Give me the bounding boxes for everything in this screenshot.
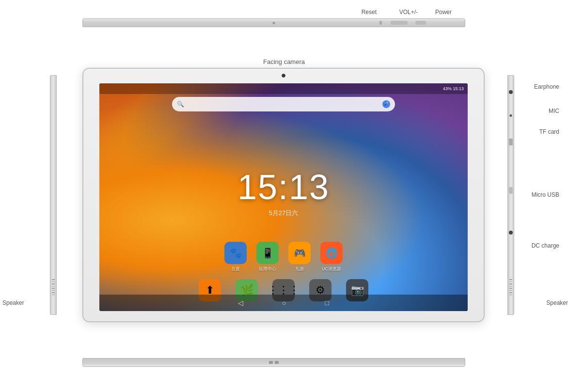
search-bar[interactable]: 🔍 🎤 (172, 97, 395, 111)
label-tf-card: TF card (539, 128, 559, 135)
nav-home[interactable]: ○ (282, 299, 286, 307)
app-baidu-label: 百度 (231, 266, 240, 272)
label-power: Power (435, 9, 452, 16)
tablet-front: 43% 15:13 🔍 🎤 15:13 5月27日六 (82, 68, 485, 322)
grille-line (52, 283, 55, 284)
grille-line (509, 295, 512, 296)
bottom-connector-2 (275, 361, 279, 364)
tablet-right-edge (507, 75, 522, 315)
label-micro-usb: Micro USB (532, 191, 559, 198)
label-dc-charge: DC charge (532, 242, 559, 249)
vol-button-indicator (391, 21, 408, 25)
grille-line (52, 290, 55, 291)
nav-bar: ◁ ○ □ (99, 295, 468, 311)
right-edge-bar (507, 75, 514, 315)
tablet-body: 43% 15:13 🔍 🎤 15:13 5月27日六 (82, 68, 485, 322)
clock-date: 5月27日六 (237, 208, 330, 217)
clock-display: 15:13 5月27日六 (237, 167, 330, 217)
search-icon: 🔍 (177, 101, 184, 108)
right-speaker-grille (509, 279, 512, 295)
power-button-indicator (415, 21, 426, 25)
bottom-connector-1 (269, 361, 273, 364)
tablet-screen: 43% 15:13 🔍 🎤 15:13 5月27日六 (99, 83, 468, 311)
grille-line (52, 295, 55, 296)
grille-line (509, 290, 512, 291)
label-vol: VOL+/- (399, 9, 418, 16)
mic-port (510, 114, 512, 117)
app-games[interactable]: 🎮 九游 (288, 242, 311, 272)
grille-line (509, 288, 512, 289)
dc-charge-port (509, 231, 513, 235)
top-edge-bar (82, 18, 465, 27)
tf-card-slot (509, 139, 513, 145)
grille-line (509, 283, 512, 284)
screen-wallpaper: 43% 15:13 🔍 🎤 15:13 5月27日六 (99, 83, 468, 311)
reset-button-indicator (379, 21, 382, 25)
app-appstore[interactable]: 📱 应用中心 (256, 242, 279, 272)
tablet-bottom-edge (82, 358, 465, 373)
label-mic: MIC (549, 108, 559, 114)
nav-recent[interactable]: □ (325, 299, 329, 307)
app-uc-icon: 🌐 (320, 242, 343, 264)
left-edge-bar (50, 75, 57, 315)
mic-icon: 🎤 (382, 100, 390, 108)
bottom-edge-bar (82, 358, 465, 367)
tablet-top-edge (82, 18, 465, 33)
app-games-label: 九游 (295, 266, 304, 272)
label-speaker-left: Speaker (2, 299, 24, 306)
label-facing-camera: Facing camera (263, 58, 305, 65)
grille-line (52, 286, 55, 287)
label-speaker-right: Speaker (546, 299, 568, 306)
app-games-icon: 🎮 (288, 242, 311, 264)
grille-line (509, 292, 512, 293)
front-camera (282, 74, 285, 78)
clock-time: 15:13 (237, 167, 330, 206)
tablet-diagram: Reset VOL+/- Power Facing camera (0, 0, 568, 392)
grille-line (52, 292, 55, 293)
grille-line (509, 279, 512, 280)
grille-line (52, 279, 55, 280)
label-earphone: Earphone (534, 83, 559, 90)
app-uc-label: UC浏览器 (322, 266, 341, 272)
grille-line (52, 288, 55, 289)
app-baidu[interactable]: 🐾 百度 (224, 242, 247, 272)
app-grid: 🐾 百度 📱 应用中心 🎮 九游 🌐 U (224, 242, 343, 272)
app-appstore-label: 应用中心 (259, 266, 276, 272)
app-baidu-icon: 🐾 (224, 242, 247, 264)
tablet-left-edge (46, 75, 61, 315)
nav-back[interactable]: ◁ (238, 299, 243, 307)
grille-line (509, 286, 512, 287)
earphone-port (509, 90, 513, 94)
top-edge-dot (273, 22, 275, 24)
grille-line (52, 282, 55, 282)
label-reset: Reset (362, 9, 377, 16)
status-bar: 43% 15:13 (99, 83, 468, 94)
micro-usb-port (509, 187, 513, 194)
status-text: 43% 15:13 (443, 86, 464, 91)
left-speaker-grille (52, 279, 55, 295)
top-edge-buttons (379, 21, 426, 25)
grille-line (509, 282, 512, 282)
app-uc[interactable]: 🌐 UC浏览器 (320, 242, 343, 272)
app-appstore-icon: 📱 (256, 242, 279, 264)
bottom-edge-connectors (269, 361, 279, 364)
